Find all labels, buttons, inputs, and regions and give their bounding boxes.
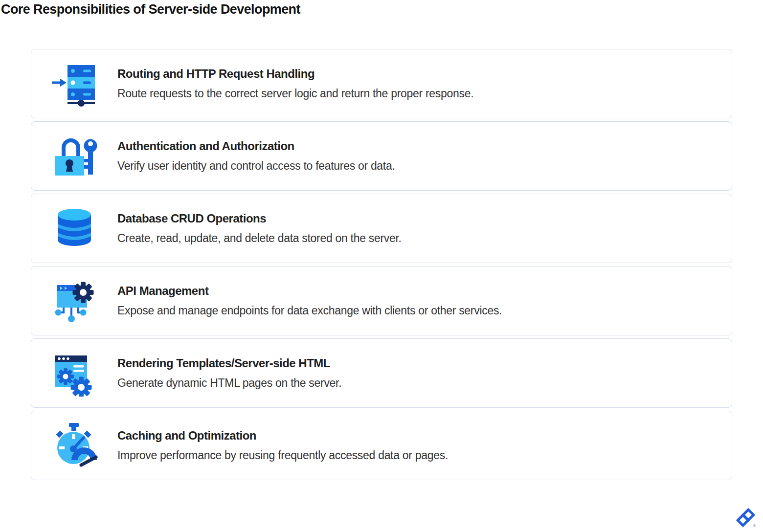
card-description: Expose and manage endpoints for data exc… — [117, 304, 502, 317]
card-title: Authentication and Authorization — [117, 139, 395, 153]
card-description: Route requests to the correct server log… — [117, 87, 473, 100]
routing-server-icon — [51, 60, 98, 107]
toptal-logo: ® — [736, 508, 757, 529]
api-window-gear-icon — [51, 277, 98, 324]
registered-mark: ® — [753, 524, 756, 528]
responsibility-card-list: Routing and HTTP Request Handling Route … — [31, 49, 732, 480]
card-database: Database CRUD Operations Create, read, u… — [31, 194, 732, 263]
card-title: Rendering Templates/Server-side HTML — [117, 356, 341, 370]
card-description: Create, read, update, and delete data st… — [117, 232, 402, 245]
card-caching: Caching and Optimization Improve perform… — [31, 411, 732, 480]
browser-gears-icon — [51, 350, 98, 397]
stopwatch-gauge-icon — [51, 422, 98, 469]
card-title: Routing and HTTP Request Handling — [117, 67, 473, 81]
card-description: Improve performance by reusing frequentl… — [117, 449, 448, 462]
card-title: API Management — [117, 284, 502, 298]
card-title: Caching and Optimization — [117, 429, 448, 443]
card-api: API Management Expose and manage endpoin… — [31, 266, 732, 335]
card-rendering: Rendering Templates/Server-side HTML Gen… — [31, 338, 732, 408]
card-routing: Routing and HTTP Request Handling Route … — [31, 49, 732, 118]
page-title: Core Responsibilities of Server-side Dev… — [1, 2, 300, 17]
card-description: Generate dynamic HTML pages on the serve… — [117, 377, 341, 390]
database-cylinder-icon — [51, 205, 98, 252]
card-title: Database CRUD Operations — [117, 212, 402, 225]
card-authentication: Authentication and Authorization Verify … — [31, 121, 732, 191]
card-description: Verify user identity and control access … — [117, 159, 395, 173]
lock-and-key-icon — [51, 133, 98, 179]
